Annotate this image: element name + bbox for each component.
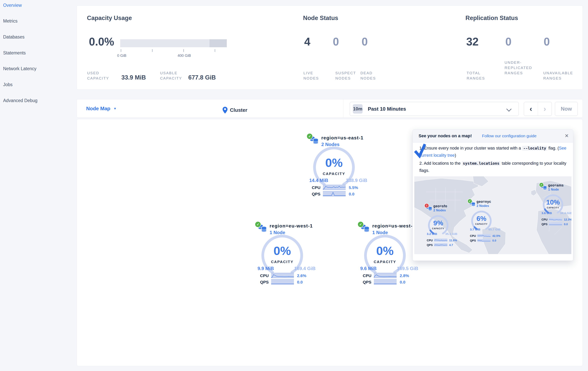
mini-region-geo-ams: ✓ geo=ams 1 Node 10% CAPACITY — [539, 182, 571, 227]
qps-value: 0.0 — [492, 239, 496, 242]
chevron-down-icon: ▼ — [113, 107, 116, 110]
region-widget-us-west-1: ✓ region=us-west-1 1 Node 0% CAPACITY 9.… — [357, 221, 422, 285]
cpu-label: CPU — [470, 234, 476, 237]
axis-tick — [183, 49, 184, 52]
setup-step-1: 1. Ensure every node in your cluster was… — [419, 145, 567, 159]
qps-label: QPS — [260, 280, 269, 284]
setup-step-2: 2. Add locations to the system.locations… — [419, 160, 567, 174]
qps-sparkline — [374, 279, 397, 285]
close-icon[interactable]: ✕ — [565, 133, 569, 139]
usable-capacity-value: 677.8 GiB — [188, 74, 216, 81]
axis-tick — [215, 49, 215, 52]
node-status-title: Node Status — [303, 15, 338, 21]
qps-label: QPS — [427, 243, 433, 247]
sidebar-item-network-latency[interactable]: Network Latency — [3, 66, 36, 71]
region-nodes-label: 2 Nodes — [477, 204, 489, 208]
axis-tick — [121, 49, 121, 52]
capacity-label: CAPACITY — [261, 260, 304, 264]
cpu-value: 5.5% — [349, 185, 358, 190]
capacity-percent: 0% — [313, 156, 355, 170]
total-capacity: 34.4 GiB — [560, 211, 571, 215]
sidebar-item-advanced-debug[interactable]: Advanced Debug — [3, 98, 37, 103]
region-nodes-label: 2 Nodes — [433, 208, 446, 212]
used-capacity: 3.2 GiB — [427, 232, 437, 236]
sidebar-item-metrics[interactable]: Metrics — [3, 19, 18, 24]
breadcrumb[interactable]: Cluster — [222, 107, 247, 113]
configuration-guide-link[interactable]: Follow our configuration guide — [482, 134, 536, 138]
region-widget-us-east-1: ✓ region=us-east-1 2 Nodes 0% CAPACITY 1… — [306, 133, 371, 197]
sidebar-item-overview[interactable]: Overview — [3, 3, 22, 8]
region-title: geo=sfo — [433, 204, 447, 208]
qps-label: QPS — [363, 280, 371, 284]
time-range-label: Past 10 Minutes — [368, 106, 406, 112]
time-range-badge: 10m — [353, 104, 363, 113]
axis-tick-label-400: 400 GiB — [178, 53, 191, 58]
suspect-nodes-label: SUSPECT NODES — [335, 70, 360, 81]
qps-sparkline — [477, 239, 491, 242]
cpu-value: 2.8% — [400, 273, 409, 278]
used-capacity: 9.9 MiB — [258, 266, 274, 271]
capacity-percent: 0% — [364, 244, 406, 258]
sidebar-item-statements[interactable]: Statements — [3, 50, 26, 56]
cpu-sparkline — [549, 218, 562, 221]
dead-nodes-label: DEAD NODES — [360, 70, 382, 81]
capacity-percent: 9% — [428, 219, 449, 227]
capacity-label: CAPACITY — [313, 172, 355, 176]
region-title: geo=nyc — [477, 200, 491, 204]
total-capacity: 65.7 GiB — [488, 228, 501, 231]
db-console-overview-page: Overview Metrics Databases Statements Ne… — [0, 0, 588, 371]
time-step-buttons: ‹ › — [524, 102, 552, 116]
cpu-label: CPU — [542, 218, 547, 221]
healthy-check-icon: ✓ — [539, 182, 544, 187]
used-capacity: 14.4 MiB — [309, 178, 328, 183]
region-title: region=us-east-1 — [321, 135, 364, 141]
capacity-label: CAPACITY — [542, 206, 564, 209]
cpu-value: 12.3% — [564, 218, 571, 221]
qps-sparkline — [271, 279, 294, 285]
dead-nodes-count: 0 — [362, 35, 368, 48]
mini-region-geo-nyc: ✓ geo=nyc 2 Nodes 6% CAPACITY — [467, 198, 503, 243]
region-nodes-label: 1 Node — [548, 188, 559, 191]
total-capacity: 169.4 GiB — [294, 266, 315, 271]
step-number: 2. — [419, 161, 423, 166]
healthy-check-icon: ✓ — [306, 133, 313, 139]
time-range-dropdown[interactable]: 10m Past 10 Minutes — [350, 102, 519, 116]
time-step-forward-button[interactable]: › — [538, 102, 552, 116]
sidebar-item-databases[interactable]: Databases — [3, 34, 24, 40]
cpu-sparkline — [477, 234, 491, 237]
qps-label: QPS — [470, 239, 476, 242]
region-title: region=eu-west-1 — [270, 223, 313, 229]
capacity-percent: 6% — [471, 215, 492, 222]
total-capacity: 169.5 GiB — [397, 266, 418, 271]
cpu-label: CPU — [260, 273, 269, 278]
view-mode-dropdown[interactable]: Node Map▼ — [86, 106, 116, 112]
locality-flag-code: --locality — [522, 146, 547, 151]
cpu-label: CPU — [427, 239, 433, 242]
map-toolbar: Node Map▼ Cluster 10m Past 10 Minutes ‹ … — [77, 99, 583, 118]
unavailable-label: UNAVAILABLE RANGES — [543, 70, 582, 81]
now-button[interactable]: Now — [555, 102, 578, 116]
total-ranges-label: TOTAL RANGES — [467, 70, 492, 81]
capacity-percent: 10% — [542, 198, 564, 206]
capacity-usage-bar — [120, 39, 227, 47]
cpu-sparkline — [271, 273, 294, 278]
node-map-canvas: ✓ region=us-east-1 2 Nodes 0% CAPACITY 1… — [77, 119, 583, 366]
mini-region-geo-sfo: ! geo=sfo 2 Nodes 9% CAPACITY — [424, 203, 459, 248]
total-capacity: 338.9 GiB — [346, 178, 367, 183]
qps-value: 4.7 — [449, 243, 453, 247]
cpu-label: CPU — [312, 185, 320, 190]
capacity-usage-bar-segment — [210, 39, 227, 47]
toolbar-divider — [343, 99, 343, 117]
used-capacity: 9.6 MiB — [360, 266, 377, 271]
qps-sparkline — [434, 243, 447, 246]
time-step-back-button[interactable]: ‹ — [524, 102, 538, 116]
under-replicated-count: 0 — [505, 35, 512, 48]
qps-value: 0.0 — [564, 223, 568, 226]
usable-capacity-label: USABLE CAPACITY — [160, 70, 188, 81]
cluster-summary-card: Capacity Usage 0.0% 0 GiB 400 GiB USED C… — [77, 5, 583, 90]
region-widget-eu-west-1: ✓ region=eu-west-1 1 Node 0% CAPACITY 9.… — [255, 221, 319, 285]
axis-tick-label-0: 0 GiB — [117, 53, 126, 58]
map-pin-icon — [222, 107, 228, 113]
qps-value: 0.0 — [297, 280, 303, 284]
sidebar-item-jobs[interactable]: Jobs — [3, 82, 13, 87]
